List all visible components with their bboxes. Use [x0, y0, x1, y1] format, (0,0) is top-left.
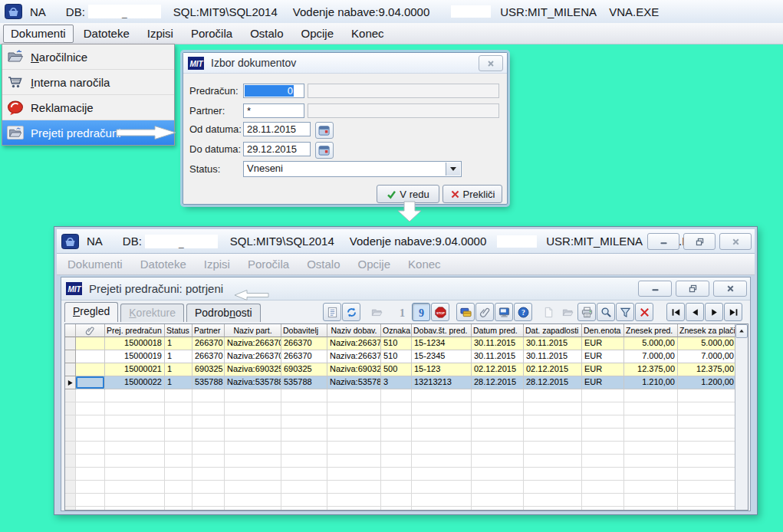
predracun-extra-input[interactable] [308, 84, 499, 98]
close-button[interactable] [719, 233, 752, 250]
delete-x-button[interactable] [635, 303, 653, 321]
partner-input[interactable]: * [243, 103, 304, 118]
status-label: Status: [189, 163, 220, 175]
cell [381, 429, 412, 442]
menu-item-narocilnice[interactable]: Naročilnice [2, 44, 174, 70]
monitor-button[interactable] [495, 303, 513, 321]
cell [281, 455, 327, 468]
paperclip-button[interactable] [475, 303, 494, 321]
scroll-up-button[interactable] [735, 324, 748, 338]
restore-icon [695, 237, 705, 247]
stop-button[interactable]: STOP [431, 303, 449, 321]
cell [472, 455, 524, 468]
filter-button[interactable] [616, 303, 634, 321]
child-close-button[interactable] [713, 281, 747, 297]
menu-item-porocila[interactable]: Poročila [240, 255, 297, 274]
cancel-label: Prekliči [463, 189, 495, 200]
attachment-cell [76, 442, 105, 455]
cell [327, 468, 381, 481]
od-datuma-input[interactable]: 28.11.2015 [243, 122, 311, 136]
cell [524, 402, 582, 415]
cell [165, 507, 192, 511]
child-restore-button[interactable] [676, 281, 709, 297]
row-selector-cell [65, 363, 76, 376]
do-datuma-calendar-button[interactable] [315, 142, 334, 159]
cell [582, 455, 624, 468]
cards-button[interactable] [456, 303, 475, 321]
predracun-input[interactable]: 0 [243, 84, 304, 98]
cell [381, 481, 412, 494]
cancel-button[interactable]: Prekliči [442, 185, 502, 203]
menu-item-prejeti-predracuni[interactable]: Prejeti predračuni [2, 120, 174, 145]
cell [472, 494, 524, 507]
minimize-button[interactable] [647, 233, 679, 250]
monitor-icon [498, 307, 510, 318]
folder-open-icon [7, 50, 24, 64]
menu-item-interna-narocila[interactable]: Interna naročila [2, 70, 174, 95]
menu-item-dokumenti[interactable]: Dokumenti [60, 255, 130, 274]
dialog-close-button[interactable] [479, 55, 503, 71]
menu-item-izpisi[interactable]: Izpisi [196, 255, 238, 274]
tab-korekture[interactable]: Korekture [120, 304, 184, 322]
menu-item-izpisi[interactable]: Izpisi [140, 25, 181, 43]
cell-dobavitelj: 266370 [281, 350, 327, 363]
refresh-button[interactable] [342, 303, 360, 321]
tab-pregled[interactable]: Pregled [64, 302, 118, 322]
cell-znesek-za-placilo: 12.375,00 [678, 363, 737, 376]
tab-podrobnosti[interactable]: Podrobnosti [186, 304, 261, 322]
status-dropdown-button[interactable] [446, 163, 460, 176]
menu-item-datoteke[interactable]: Datoteke [133, 255, 194, 274]
menu-item-konec[interactable]: Konec [344, 25, 392, 43]
bubble-icon [7, 100, 24, 114]
menu-item-reklamacije[interactable]: Reklamacije [2, 95, 174, 120]
status-select[interactable]: Vneseni [243, 161, 462, 177]
od-datuma-calendar-button[interactable] [315, 122, 334, 139]
toolbar-gap [532, 312, 538, 313]
cell-den-enota: EUR [582, 350, 624, 363]
cell [105, 389, 165, 402]
row-selector-cell [65, 455, 76, 468]
nav-last-button[interactable] [724, 303, 742, 321]
table-row[interactable]: 150000181266370Naziva:266370266370Naziva… [65, 337, 748, 350]
child-minimize-button[interactable] [638, 281, 672, 297]
digit-9-button[interactable]: 9 [412, 303, 430, 321]
user-name: USR:MIT_MILENA [500, 5, 597, 18]
ok-button[interactable]: V redu [377, 185, 439, 203]
nav-first-button[interactable] [666, 303, 685, 321]
cell [678, 389, 737, 402]
cell [281, 389, 327, 402]
table-row[interactable]: 150000221535788Naziva:535788535788Naziva… [65, 376, 748, 389]
filter-icon [620, 307, 631, 318]
menu-item-datoteke[interactable]: Datoteke [76, 25, 137, 43]
attachment-cell [76, 350, 105, 363]
menu-item-label: Reklamacije [31, 101, 94, 114]
cell [524, 455, 582, 468]
menu-item-opcije[interactable]: Opcije [350, 255, 399, 274]
cart-icon [7, 75, 24, 89]
help-button[interactable]: ? [514, 303, 532, 321]
do-datuma-input[interactable]: 29.12.2015 [243, 142, 311, 156]
partner-extra-input[interactable] [308, 103, 499, 118]
menu-item-opcije[interactable]: Opcije [294, 25, 342, 43]
table-row[interactable]: 150000191266370Naziva:266370266370Naziva… [65, 350, 748, 363]
cell-dobav-st-pred: 15-2345 [412, 350, 472, 363]
menu-item-konec[interactable]: Konec [400, 255, 449, 274]
menu-item-dokumenti[interactable]: Dokumenti [3, 25, 74, 43]
nav-next-button[interactable] [705, 303, 723, 321]
printer-button[interactable] [577, 303, 596, 321]
document-lines-button[interactable] [323, 303, 341, 321]
menu-item-ostalo[interactable]: Ostalo [242, 25, 291, 43]
nav-prev-button[interactable] [686, 303, 704, 321]
menu-item-ostalo[interactable]: Ostalo [299, 255, 347, 274]
cell [678, 455, 737, 468]
search-button[interactable] [597, 303, 615, 321]
cell [225, 468, 281, 481]
restore-button[interactable] [683, 233, 716, 250]
grid-vertical-scrollbar[interactable] [735, 324, 748, 510]
cell-dobav-st-pred: 15-1234 [412, 337, 472, 350]
cell [165, 402, 192, 415]
predracun-label: Predračun: [189, 85, 239, 97]
table-row[interactable]: 150000211690325Naziva:690325690325Naziva… [65, 363, 748, 376]
digit-1-button[interactable]: 1 [393, 303, 411, 321]
menu-item-porocila[interactable]: Poročila [183, 25, 240, 43]
